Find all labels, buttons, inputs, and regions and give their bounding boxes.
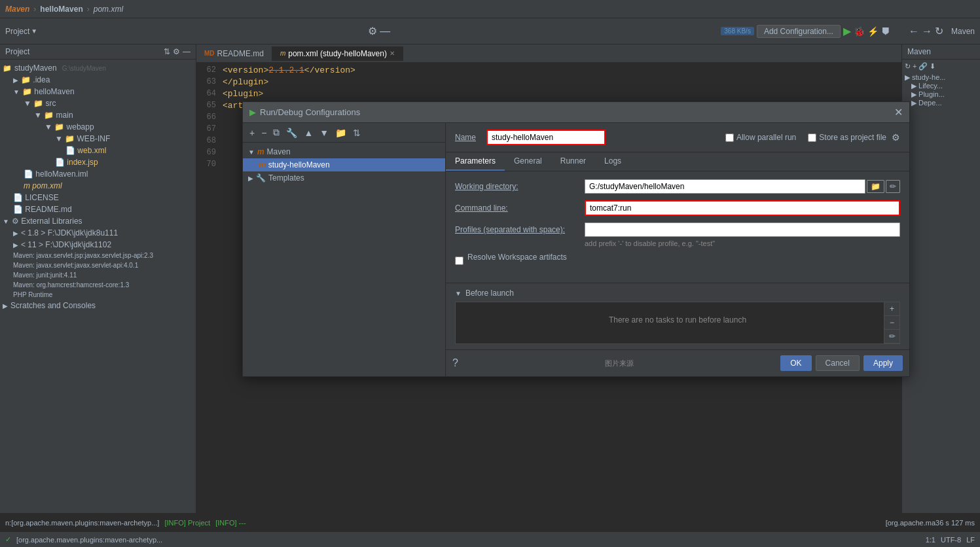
add-configuration-button[interactable]: Add Configuration... [757, 25, 841, 38]
tree-item-webapp[interactable]: ▼ 📁 webapp [0, 121, 196, 133]
ok-button[interactable]: OK [780, 355, 811, 371]
status-line-col: 1:1 [926, 536, 935, 544]
tree-item-hellomaven[interactable]: ▼ 📁 helloMaven [0, 86, 196, 97]
sidebar-collapse-icon[interactable]: — [183, 47, 191, 56]
project-dropdown[interactable]: Project ▼ [5, 27, 37, 36]
sort-button[interactable]: ⇅ [350, 126, 363, 139]
tree-item-indexjsp[interactable]: 📄 index.jsp [0, 156, 196, 168]
settings-icon[interactable]: ⚙ [368, 25, 377, 37]
status-text: [org.apache.maven.plugins:maven-archetyp… [16, 536, 162, 544]
tree-item-studymaven[interactable]: 📁 studyMaven G:\studyMaven [0, 62, 196, 74]
config-group-maven[interactable]: ▼ m Maven [243, 145, 445, 158]
resolve-workspace-label[interactable]: Resolve Workspace artifacts [467, 253, 567, 262]
code-line-64: 64 <plugin> [196, 89, 901, 101]
store-as-project-checkbox-label[interactable]: Store as project file [808, 133, 886, 142]
store-gear-icon[interactable]: ⚙ [892, 132, 900, 143]
dialog-title: ▶ Run/Debug Configurations [249, 107, 360, 117]
recent-icon[interactable]: ↻ [935, 25, 943, 37]
maven-refresh-icon[interactable]: ↻ [905, 62, 911, 71]
allow-parallel-checkbox-label[interactable]: Allow parallel run [725, 133, 796, 142]
project-dropdown-arrow: ▼ [31, 27, 37, 35]
profile-icon[interactable]: ⚡ [867, 26, 879, 37]
store-as-project-checkbox[interactable] [808, 133, 816, 142]
up-button[interactable]: ▲ [301, 126, 316, 139]
resolve-workspace-checkbox[interactable] [455, 256, 463, 265]
before-launch-header[interactable]: ▼ Before launch [455, 289, 900, 298]
tab-close-icon[interactable]: ✕ [390, 50, 395, 57]
debug-icon[interactable]: 🐞 [854, 26, 865, 37]
tab-logs[interactable]: Logs [595, 152, 630, 171]
build-time: 36 s 127 ms [935, 519, 975, 527]
dialog-close-button[interactable]: ✕ [894, 106, 903, 118]
bl-edit-button[interactable]: ✏ [884, 330, 899, 344]
command-line-input[interactable] [585, 200, 900, 216]
tree-item-maven-servlet-api[interactable]: Maven: javax.servlet:javax.servlet-api:4… [0, 260, 196, 270]
tree-item-webinf[interactable]: ▼ 📁 WEB-INF [0, 133, 196, 145]
profiles-input[interactable] [585, 222, 900, 237]
tab-pomxml[interactable]: m pom.xml (study-helloMaven) ✕ [272, 46, 403, 61]
sidebar-settings-icon[interactable]: ⚙ [173, 47, 180, 56]
working-dir-row: Working directory: 📁 ✏ [455, 179, 900, 194]
folder-button[interactable]: 📁 [333, 126, 349, 139]
tab-parameters[interactable]: Parameters [446, 152, 505, 171]
before-launch-empty-text: There are no tasks to run before launch [456, 302, 899, 338]
bl-remove-button[interactable]: − [884, 316, 899, 330]
help-button[interactable]: ? [452, 357, 458, 369]
arrow-right-idea: ▶ [13, 77, 18, 84]
name-input[interactable] [486, 130, 606, 145]
maven-group-label: Maven [267, 147, 291, 156]
config-group-templates[interactable]: ▶ 🔧 Templates [243, 171, 445, 185]
tree-item-maven-servlet-jsp[interactable]: Maven: javax.servlet.jsp:javax.servlet.j… [0, 251, 196, 260]
tree-item-ext-libs[interactable]: ▼ ⚙ External Libraries [0, 215, 196, 227]
tree-item-src[interactable]: ▼ 📁 src [0, 97, 196, 109]
dialog-toolbar: + − ⧉ 🔧 ▲ ▼ 📁 ⇅ [243, 123, 445, 143]
add-button[interactable]: + [247, 126, 257, 139]
bl-add-button[interactable]: + [884, 302, 899, 316]
copy-button[interactable]: ⧉ [270, 126, 282, 139]
tree-item-maven-junit[interactable]: Maven: junit:junit:4.11 [0, 270, 196, 280]
tree-item-scratches[interactable]: ▶ Scratches and Consoles [0, 300, 196, 311]
maven-panel-toggle[interactable]: Maven [951, 27, 975, 36]
tree-item-main[interactable]: ▼ 📁 main [0, 109, 196, 121]
tree-item-readme[interactable]: 📄 README.md [0, 203, 196, 215]
nav-forward-icon[interactable]: → [922, 26, 932, 37]
dialog-footer-right: OK Cancel Apply [780, 355, 903, 371]
templates-group-icon: 🔧 [256, 173, 266, 183]
coverage-icon[interactable]: ⛊ [881, 26, 890, 37]
config-item-study-hellomaven[interactable]: m study-helloMaven [243, 158, 445, 171]
working-dir-var-button[interactable]: ✏ [886, 180, 900, 193]
nav-back-icon[interactable]: ← [909, 26, 919, 37]
tree-item-jdk11[interactable]: ▶ < 11 > F:\JDK\jdk\jdk1102 [0, 239, 196, 251]
config-tree: ▼ m Maven m study-helloMaven ▶ 🔧 Templat… [243, 143, 445, 187]
maven-add-icon[interactable]: + [913, 62, 916, 71]
tree-item-maven-hamcrest[interactable]: Maven: org.hamcrest:hamcrest-core:1.3 [0, 280, 196, 290]
tab-readme[interactable]: MD README.md [196, 46, 272, 61]
tree-item-idea[interactable]: ▶ 📁 .idea [0, 74, 196, 86]
tree-item-jdk18[interactable]: ▶ < 1.8 > F:\JDK\jdk\jdk8u111 [0, 227, 196, 239]
allow-parallel-checkbox[interactable] [725, 133, 734, 142]
dialog-tabs: Parameters General Runner Logs [446, 152, 909, 171]
down-button[interactable]: ▼ [317, 126, 331, 139]
maven-right-panel: Maven ↻ + 🔗 ⬇ ▶ study-he... ▶ Lifecy... … [901, 44, 980, 513]
run-icon[interactable]: ▶ [843, 25, 851, 37]
maven-panel-content: ↻ + 🔗 ⬇ ▶ study-he... ▶ Lifecy... ▶ Plug… [902, 60, 980, 110]
tree-item-pomxml[interactable]: m pom.xml [0, 180, 196, 192]
working-dir-input[interactable] [585, 179, 865, 194]
apply-button[interactable]: Apply [863, 355, 903, 371]
maven-link-icon[interactable]: 🔗 [918, 62, 928, 71]
dialog-title-bar: ▶ Run/Debug Configurations ✕ [243, 102, 909, 123]
tree-item-license[interactable]: 📄 LICENSE [0, 192, 196, 203]
minimize-icon[interactable]: — [380, 26, 390, 37]
cancel-button[interactable]: Cancel [816, 355, 860, 371]
remove-button[interactable]: − [259, 126, 269, 139]
edit-button[interactable]: 🔧 [283, 126, 300, 139]
sidebar-sort-icon[interactable]: ⇅ [164, 47, 170, 56]
tab-runner[interactable]: Runner [551, 152, 595, 171]
tab-general[interactable]: General [505, 152, 551, 171]
tree-item-php-runtime[interactable]: PHP Runtime [0, 290, 196, 300]
maven-collapse-icon[interactable]: ⬇ [930, 62, 935, 71]
working-dir-browse-button[interactable]: 📁 [867, 180, 884, 193]
tree-item-webxml[interactable]: 📄 web.xml [0, 145, 196, 156]
tree-item-hellomaveniml[interactable]: 📄 helloMaven.iml [0, 168, 196, 180]
dialog-footer: ? 图片来源 OK Cancel Apply [446, 349, 909, 376]
